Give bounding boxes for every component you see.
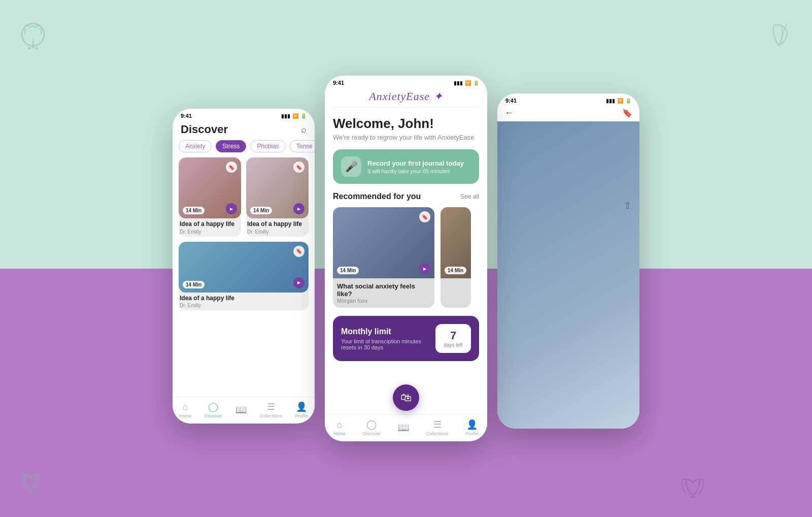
nav-books[interactable]: 📖 [398,422,409,433]
right-header: ← 🔖 [497,106,639,121]
monthly-title: Monthly limit [341,327,427,336]
left-header: Discover ⌕ [173,121,315,140]
list-item[interactable]: 🔖 14 Min ▶ Idea of a happy life Dr. Emil… [179,157,241,237]
nav-collections[interactable]: ☰ Collections [426,419,449,436]
record-sub: It will hardly take your 05 minutes [367,168,464,174]
bookmark-icon[interactable]: 🔖 [419,211,430,222]
profile-icon: 👤 [466,419,478,430]
list-item[interactable]: 🔖 14 Min ▶ Idea of a happy life Dr. Emil… [246,157,309,237]
pill-stress[interactable]: Stress [216,140,246,152]
discover-icon: ◯ [208,401,218,412]
nav-collections[interactable]: ☰ Collections [260,401,282,418]
pill-anxiety[interactable]: Anxiety [179,140,212,152]
nav-discover[interactable]: ◯ Discover [363,419,381,436]
mic-icon: 🎤 [341,156,361,177]
nav-home-label: Home [333,431,346,436]
bookmark-icon[interactable]: 🔖 [293,161,304,173]
collections-icon: ☰ [267,401,275,412]
share-icon[interactable]: ⇧ [624,200,631,211]
welcome-title: Welcome, John! [333,116,479,132]
rec-card-author: Morgan foxx [337,298,430,304]
pill-phobias[interactable]: Phobias [250,140,285,152]
days-number: 7 [443,329,464,342]
left-phone: 9:41 ▮▮▮ 🛜 🔋 Discover ⌕ Anxiety Stress P… [173,109,315,424]
play-icon[interactable]: ▶ [293,277,304,288]
record-text: Record your first journal today It will … [367,159,464,174]
play-icon[interactable]: ▶ [226,203,237,214]
duration-badge: 14 Min [337,267,359,274]
nav-collections-label: Collections [426,431,449,436]
nav-profile[interactable]: 👤 Profile [295,401,309,418]
card-title: Idea of a happy life [180,295,308,303]
duration-badge: 14 Min [445,267,466,274]
books-icon: 📖 [235,404,247,415]
profile-icon: 👤 [296,401,307,412]
list-item[interactable]: 🔖 14 Min ▶ Idea of a happy life Dr. Emil… [179,242,309,311]
center-phone: 9:41 ▮▮▮ 🛜 🔋 AnxietyEase ✦ Welcome, John… [325,76,487,441]
nav-profile-label: Profile [466,431,479,436]
card-author: Dr. Emilly [247,229,308,235]
center-bottom-nav: ⌂ Home ◯ Discover 📖 ☰ Collections 👤 Prof… [325,414,487,441]
nav-discover-label: Discover [205,413,222,418]
home-icon: ⌂ [183,402,188,412]
discover-title: Discover [181,123,228,136]
bookmark-icon[interactable]: 🔖 [226,161,237,173]
nav-home[interactable]: ⌂ Home [179,402,191,418]
recommended-title: Recommended for you [333,192,421,201]
fab-button[interactable]: 🛍 [393,384,419,411]
books-icon: 📖 [398,422,409,433]
duration-badge: 14 Min [183,207,205,214]
phones-wrapper: 9:41 ▮▮▮ 🛜 🔋 Discover ⌕ Anxiety Stress P… [0,0,812,517]
filter-pills: Anxiety Stress Phobias Tense Unce... [173,140,315,157]
bookmark-icon[interactable]: 🔖 [622,108,632,118]
list-item[interactable]: 🔖 14 Min ▶ What social anxiety feels lik… [333,207,434,308]
record-banner[interactable]: 🎤 Record your first journal today It wil… [333,149,479,184]
cards-grid: 🔖 14 Min ▶ Idea of a happy life Dr. Emil… [173,157,315,310]
back-icon[interactable]: ← [504,108,514,118]
center-status-icons: ▮▮▮ 🛜 🔋 [454,80,479,86]
discover-icon: ◯ [366,419,377,430]
see-all-link[interactable]: See all [460,193,479,200]
days-label: days left [443,342,464,348]
collections-icon: ☰ [433,419,442,430]
list-item[interactable]: 14 Min [441,207,471,308]
nav-profile-label: Profile [295,413,309,418]
nav-books[interactable]: 📖 [235,404,247,415]
recommended-header: Recommended for you See all [333,192,479,201]
recommended-cards: 🔖 14 Min ▶ What social anxiety feels lik… [333,207,479,308]
duration-badge: 14 Min [250,207,272,214]
left-time: 9:41 [181,113,192,119]
bookmark-icon[interactable]: 🔖 [293,246,304,257]
right-status-bar: 9:41 ▮▮▮ 🛜 🔋 [497,93,639,106]
bottom-nav: ⌂ Home ◯ Discover 📖 ☰ Collections 👤 Prof… [173,397,315,424]
nav-profile[interactable]: 👤 Profile [466,419,479,436]
right-status-icons: ▮▮▮ 🛜 🔋 [606,98,631,104]
card-title: Idea of a happy life [247,220,308,229]
welcome-subtitle: We're ready to regrow your life with Anx… [333,134,479,141]
rec-card-info: What social anxiety feels like? Morgan f… [333,278,434,308]
pill-tense[interactable]: Tense [290,140,315,152]
play-icon[interactable]: ▶ [419,263,430,274]
nav-collections-label: Collections [260,413,282,418]
right-phone: 9:41 ▮▮▮ 🛜 🔋 ← 🔖 ⇧ Idea of a happy life … [497,93,639,429]
monthly-text: Monthly limit Your limit of transciption… [341,327,427,350]
monthly-sub: Your limit of transciption minutes reset… [341,338,427,350]
center-time: 9:41 [333,80,344,86]
home-icon: ⌂ [337,419,343,430]
nav-discover[interactable]: ◯ Discover [205,401,222,418]
search-icon[interactable]: ⌕ [301,124,307,135]
app-logo: AnxietyEase ✦ [325,88,487,107]
card-author: Dr. Emilly [180,303,308,308]
center-content: Welcome, John! We're ready to regrow you… [325,108,487,369]
nav-home[interactable]: ⌂ Home [333,419,346,436]
duration-badge: 14 Min [183,281,205,288]
center-status-bar: 9:41 ▮▮▮ 🛜 🔋 [325,76,487,88]
card-author: Dr. Emilly [180,229,240,235]
days-left-box: 7 days left [435,324,471,353]
card-title: Idea of a happy life [180,220,240,229]
left-status-icons: ▮▮▮ 🛜 🔋 [281,113,307,119]
hero-image [497,121,639,429]
play-icon[interactable]: ▶ [293,203,304,214]
monthly-limit-banner: Monthly limit Your limit of transciption… [333,316,479,361]
right-time: 9:41 [505,98,517,104]
